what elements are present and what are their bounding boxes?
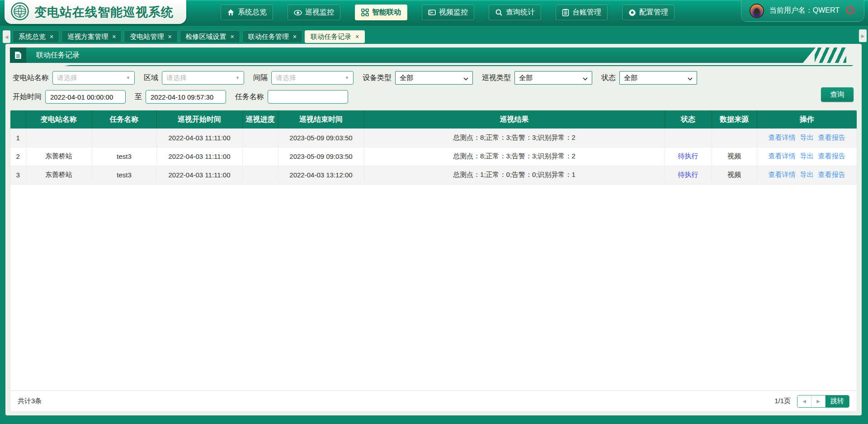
close-icon[interactable]: ×: [355, 33, 359, 40]
col-operations: 操作: [757, 110, 857, 129]
export-link[interactable]: 导出: [800, 133, 814, 141]
col-index: [10, 110, 26, 129]
area-select[interactable]: 请选择 ▼: [162, 71, 244, 85]
close-icon[interactable]: ×: [112, 33, 116, 40]
chevron-down-icon: [583, 74, 588, 82]
area-select-value: 请选择: [166, 74, 187, 82]
task-record-table: 变电站名称 任务名称 巡视开始时间 巡视进度 巡视结束时间 巡视结果 状态 数据…: [10, 110, 857, 185]
pager-group: ◀ ▶ 跳转: [797, 395, 849, 408]
chevron-down-icon: [463, 74, 468, 82]
status-link[interactable]: 待执行: [678, 152, 698, 160]
patrol-type-select[interactable]: 全部: [514, 71, 592, 85]
cell-end-time: 2023-05-09 09:03:50: [278, 129, 364, 147]
filter-row-1: 变电站名称 请选择 ▼ 区域 请选择 ▼ 间隔 请选择 ▼ 设备类型 全部 巡视…: [13, 71, 854, 85]
cell-end-time: 2023-05-09 09:03:50: [278, 147, 364, 166]
table-row: 3 东善桥站 test3 2022-04-03 11:11:00 2022-04…: [10, 166, 857, 184]
col-progress: 巡视进度: [242, 110, 278, 129]
close-icon[interactable]: ×: [168, 33, 171, 40]
link-grid-icon: [361, 9, 369, 16]
device-type-select[interactable]: 全部: [395, 71, 473, 85]
tab-label: 联动任务记录: [311, 33, 351, 41]
cell-start-time: 2022-04-03 11:11:00: [156, 166, 242, 184]
close-icon[interactable]: ×: [231, 33, 234, 40]
prev-page-button[interactable]: ◀: [797, 395, 811, 407]
tab-substation-mgmt[interactable]: 变电站管理 ×: [124, 30, 177, 43]
table-header-row: 变电站名称 任务名称 巡视开始时间 巡视进度 巡视结束时间 巡视结果 状态 数据…: [10, 110, 857, 129]
start-time-input[interactable]: [45, 90, 126, 104]
view-report-link[interactable]: 查看报告: [818, 152, 845, 160]
cell-status: [665, 129, 712, 147]
cell-task: test3: [92, 166, 156, 184]
page-title-bar: 联动任务记录: [10, 48, 857, 63]
next-page-button[interactable]: ▶: [811, 395, 826, 407]
nav-item-smart-linkage[interactable]: 智能联动: [355, 5, 407, 20]
tab-scroll-right-icon[interactable]: ▶: [859, 29, 867, 42]
close-icon[interactable]: ×: [50, 33, 53, 40]
search-icon: [495, 9, 503, 16]
cell-index: 2: [10, 147, 26, 166]
nav-item-patrol-monitor[interactable]: 巡视监控: [288, 5, 340, 20]
cell-substation: 东善桥站: [26, 147, 92, 166]
task-name-input[interactable]: [268, 90, 348, 104]
status-select[interactable]: 全部: [619, 71, 697, 85]
filter-row-2: 开始时间 至 任务名称: [13, 90, 854, 104]
cell-task: test3: [92, 147, 156, 166]
bay-select[interactable]: 请选择 ▼: [271, 71, 354, 85]
view-report-link[interactable]: 查看报告: [818, 171, 845, 178]
tab-scroll-left-icon[interactable]: ◀: [3, 30, 10, 43]
end-time-input[interactable]: [146, 90, 226, 104]
pagination: 1/1页 ◀ ▶ 跳转: [774, 395, 849, 408]
tab-linkage-task-record[interactable]: 联动任务记录 ×: [305, 30, 365, 43]
nav-item-label: 配置管理: [639, 8, 668, 17]
col-data-source: 数据来源: [712, 110, 757, 129]
tab-patrol-plan-mgmt[interactable]: 巡视方案管理 ×: [61, 30, 122, 43]
nav-item-label: 查询统计: [506, 8, 535, 17]
logout-power-icon[interactable]: [845, 5, 856, 17]
view-detail-link[interactable]: 查看详情: [769, 133, 796, 141]
tab-linkage-task-mgmt[interactable]: 联动任务管理 ×: [242, 30, 302, 43]
area-label: 区域: [144, 73, 158, 83]
cell-end-time: 2022-04-03 13:12:00: [278, 166, 364, 184]
patrol-type-label: 巡视类型: [482, 73, 511, 83]
filter-section: 变电站名称 请选择 ▼ 区域 请选择 ▼ 间隔 请选择 ▼ 设备类型 全部 巡视…: [5, 66, 862, 108]
nav-item-ledger-mgmt[interactable]: 台账管理: [556, 5, 608, 20]
nav-item-label: 巡视监控: [305, 8, 334, 17]
cell-data-source: 视频: [712, 166, 757, 184]
close-icon[interactable]: ×: [293, 33, 297, 40]
cell-status: 待执行: [665, 147, 712, 166]
substation-select[interactable]: 请选择 ▼: [52, 71, 135, 85]
export-link[interactable]: 导出: [800, 171, 814, 178]
bay-label: 间隔: [253, 73, 268, 83]
nav-item-system-overview[interactable]: 系统总览: [221, 5, 273, 20]
nav-item-query-stats[interactable]: 查询统计: [489, 5, 541, 20]
current-user-label: 当前用户名：QWERT: [769, 6, 840, 15]
nav-item-video-monitor[interactable]: 视频监控: [422, 5, 474, 20]
total-count: 共计3条: [18, 397, 42, 405]
view-detail-link[interactable]: 查看详情: [769, 171, 796, 178]
tab-maintenance-area[interactable]: 检修区域设置 ×: [180, 30, 240, 43]
col-substation: 变电站名称: [26, 110, 92, 129]
device-type-value: 全部: [400, 74, 413, 82]
cell-progress: [242, 147, 278, 166]
nav-item-config-mgmt[interactable]: 配置管理: [622, 5, 675, 20]
content-panel: 联动任务记录 变电站名称 请选择 ▼ 区域 请选择 ▼ 间隔 请选择 ▼ 设备类…: [5, 44, 862, 415]
patrol-type-value: 全部: [519, 74, 533, 82]
view-report-link[interactable]: 查看报告: [818, 133, 845, 141]
nav-item-label: 视频监控: [439, 8, 468, 17]
top-bar: 变电站在线智能巡视系统 系统总览 巡视监控 智能联动 视频监控 查询统计 台账管…: [0, 0, 868, 26]
cell-result: 总测点：1;正常：0;告警：0;识别异常：1: [364, 166, 665, 184]
export-link[interactable]: 导出: [800, 152, 814, 160]
table-row: 2 东善桥站 test3 2022-04-03 11:11:00 2023-05…: [10, 147, 857, 166]
status-label: 状态: [601, 73, 616, 83]
search-button[interactable]: 查询: [821, 87, 854, 102]
cell-operations: 查看详情导出查看报告: [757, 147, 857, 166]
status-link[interactable]: 待执行: [678, 171, 698, 178]
cell-data-source: [712, 129, 757, 147]
tab-system-overview[interactable]: 系统总览 ×: [13, 30, 59, 43]
task-name-label: 任务名称: [235, 92, 264, 102]
view-detail-link[interactable]: 查看详情: [769, 152, 796, 160]
col-start-time: 巡视开始时间: [156, 110, 242, 129]
avatar[interactable]: [750, 4, 764, 18]
nav-item-label: 智能联动: [372, 8, 401, 17]
jump-button[interactable]: 跳转: [826, 395, 849, 407]
